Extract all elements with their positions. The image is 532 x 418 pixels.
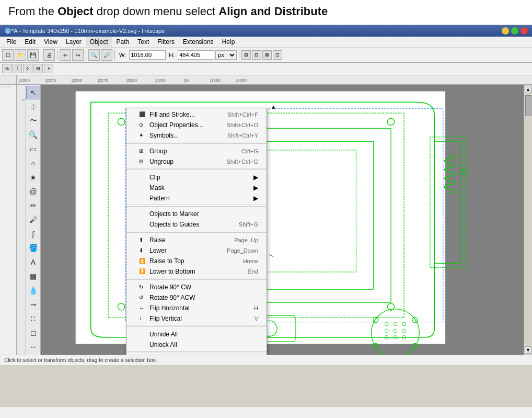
scroll-down-btn[interactable]: ▼ (525, 346, 532, 354)
svg-text:|2250: |2250 (45, 78, 56, 83)
menu-item-lower[interactable]: ⬇ Lower Page_Down (126, 245, 267, 256)
menu-section-6: ↻ Rotate 90° CW ↺ Rotate 90° ACW ↔ (126, 281, 267, 325)
scroll-up-btn[interactable]: ▲ (525, 86, 532, 93)
menu-div-1 (126, 143, 267, 144)
unit-select[interactable]: px mm cm (215, 50, 237, 60)
h-ruler: |2200 |2250 |2260 |2270 |2280 |2290 |3k … (17, 75, 532, 85)
scroll-thumb[interactable] (525, 95, 531, 116)
toolbar-btn-open[interactable]: 📁 (15, 49, 26, 61)
toolbar-btn-zoom-out[interactable]: 🔎 (101, 49, 112, 61)
menu-item-path[interactable]: Path (112, 37, 134, 47)
menu-section-8: ⊡ Transform Shift+Ctrl+M ⊞ Align and Dis… (126, 354, 267, 355)
toolbar-btn-zoom-in[interactable]: 🔍 (88, 49, 100, 61)
toolbar-btn-new[interactable]: ☐ (2, 49, 14, 61)
menu-item-clip[interactable]: Clip ▶ (126, 172, 267, 183)
toolbar-btn-redo[interactable]: ↪ (72, 49, 84, 61)
svg-text:|2280: |2280 (126, 78, 137, 83)
tool-circle[interactable]: ○ (26, 156, 41, 170)
menu-item-group[interactable]: ⊞ Group Ctrl+G (126, 146, 267, 156)
menu-item-symbols[interactable]: ✦ Symbols... Shift+Ctrl+Y (126, 130, 267, 141)
toolbar-btn-2[interactable]: ⊟ (252, 50, 261, 60)
tool-connector[interactable]: ⊸ (26, 298, 41, 311)
title-bar-text: *A - Template 340x250 - 110mm-example-V2… (11, 28, 165, 34)
svg-text:|2200: |2200 (19, 78, 30, 83)
tool-spray[interactable]: ∷ (26, 312, 41, 325)
inkscape-window: I *A - Template 340x250 - 110mm-example-… (0, 25, 532, 407)
toolbar-btn-3[interactable]: ⊠ (262, 50, 272, 60)
menu-item-fill-stroke[interactable]: ⬛ Fill and Stroke... Shift+Ctrl+F (126, 109, 267, 120)
tool-text[interactable]: A (26, 255, 41, 269)
menu-item-objects-to-guides[interactable]: Objects to Guides Shift+G (126, 219, 267, 230)
snap-toolbar: % ⋮ ⊹ ⊞ ⌖ (0, 63, 532, 75)
menu-item-filters[interactable]: Filters (153, 37, 179, 47)
menu-item-layer[interactable]: Layer (62, 37, 86, 47)
menu-section-3: Clip ▶ Mask ▶ Pattern ▶ (126, 171, 267, 205)
tool-rect[interactable]: ▭ (26, 142, 41, 156)
instruction-text-1: From the (8, 5, 57, 18)
tool-tweak[interactable]: 〜 (26, 114, 41, 128)
fill-stroke-icon: ⬛ (139, 111, 147, 117)
menu-item-flip-v[interactable]: ↕ Flip Vertical V (126, 313, 267, 324)
menu-item-extensions[interactable]: Extensions (179, 37, 218, 47)
tool-pen[interactable]: 🖋 (26, 213, 41, 227)
menu-item-flip-h[interactable]: ↔ Flip Horizontal H (126, 303, 267, 313)
menu-item-object-properties[interactable]: ⊙ Object Properties... Shift+Ctrl+O (126, 120, 267, 130)
menu-item-object[interactable]: Object (86, 37, 112, 47)
symbols-icon: ✦ (139, 132, 147, 138)
menu-item-unlock-all[interactable]: Unlock All (126, 340, 267, 350)
snap-btn-3[interactable]: ⊹ (23, 64, 32, 73)
menu-item-ungroup[interactable]: ⊟ Ungroup Shift+Ctrl+G (126, 156, 267, 167)
menu-div-7 (126, 353, 267, 353)
toolbar-btn-4[interactable]: ⊡ (273, 50, 282, 60)
menu-item-raise[interactable]: ⬆ Raise Page_Up (126, 235, 267, 245)
menu-item-help[interactable]: Help (218, 37, 239, 47)
tool-eraser[interactable]: ◻ (26, 326, 41, 340)
snap-btn-4[interactable]: ⊞ (33, 64, 43, 73)
tool-star[interactable]: ★ (26, 171, 41, 184)
tool-zoom[interactable]: 🔍 (26, 128, 41, 142)
maximize-button[interactable] (511, 27, 518, 35)
snap-btn-2[interactable]: ⋮ (13, 64, 22, 73)
menu-item-rotate-acw[interactable]: ↺ Rotate 90° ACW (126, 292, 267, 303)
toolbar-btn-undo[interactable]: ↩ (60, 49, 71, 61)
tool-calligraphy[interactable]: ∫ (26, 227, 41, 241)
menu-item-file[interactable]: File (2, 37, 20, 47)
clip-submenu-arrow: ▶ (253, 174, 258, 181)
raise-top-icon: ⏫ (139, 258, 147, 264)
toolbar-btn-1[interactable]: ⊞ (241, 50, 251, 60)
height-input[interactable] (178, 50, 214, 60)
toolbar-btn-save[interactable]: 💾 (27, 49, 39, 61)
menu-item-rotate-cw[interactable]: ↻ Rotate 90° CW (126, 282, 267, 292)
right-scrollbar[interactable]: ▲ ▼ (524, 85, 532, 355)
width-input[interactable] (129, 50, 166, 60)
close-button[interactable] (521, 27, 528, 35)
menu-item-lower-bottom[interactable]: ⏬ Lower to Bottom End (126, 266, 267, 277)
menu-item-view[interactable]: View (40, 37, 62, 47)
snap-btn-5[interactable]: ⌖ (44, 64, 53, 73)
tool-measure[interactable]: ↔ (26, 340, 41, 354)
snap-btn-1[interactable]: % (2, 64, 11, 73)
menu-item-text[interactable]: Text (133, 37, 153, 47)
tool-spiral[interactable]: @ (26, 185, 41, 198)
tool-pencil[interactable]: ✏ (26, 199, 41, 212)
menu-item-raise-top[interactable]: ⏫ Raise to Top Home (126, 256, 267, 266)
menu-item-edit[interactable]: Edit (20, 37, 40, 47)
title-bar: I *A - Template 340x250 - 110mm-example-… (0, 25, 532, 37)
menu-item-mask[interactable]: Mask ▶ (126, 183, 267, 193)
menu-item-pattern[interactable]: Pattern ▶ (126, 193, 267, 204)
tool-paint[interactable]: 🪣 (26, 241, 41, 255)
toolbar-sep-2 (57, 50, 57, 60)
minimize-button[interactable] (502, 27, 509, 35)
tool-node[interactable]: ⊹ (26, 100, 41, 114)
menu-item-unhide-all[interactable]: Unhide All (126, 329, 267, 340)
instruction-header: From the Object drop down menu select Al… (0, 0, 532, 25)
tool-select[interactable]: ↖ (26, 86, 41, 99)
toolbar-btn-print[interactable]: 🖨 (43, 49, 55, 61)
instruction-bold-1: Object (57, 5, 93, 18)
svg-text:|3k: |3k (184, 78, 190, 83)
rotate-acw-icon: ↺ (139, 295, 147, 300)
tool-gradient[interactable]: ▤ (26, 269, 41, 283)
menu-item-objects-to-marker[interactable]: Objects to Marker (126, 209, 267, 219)
w-label: W: (119, 52, 126, 58)
tool-dropper[interactable]: 💧 (26, 284, 41, 297)
